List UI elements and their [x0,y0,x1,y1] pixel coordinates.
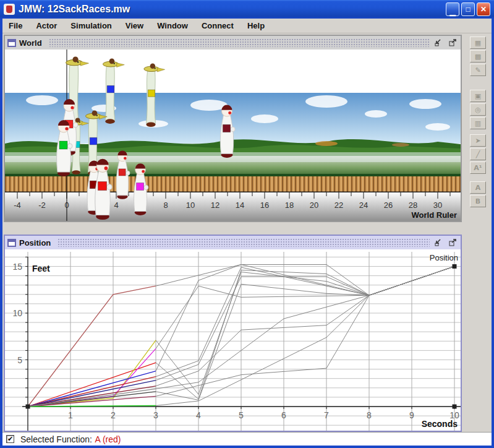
svg-text:14: 14 [236,200,244,210]
position-window: Position 5101512345678910FeetSecondsPosi… [4,235,462,432]
menu-item-help[interactable]: Help [247,21,265,30]
x-axis-label: Seconds [422,419,458,429]
window-titlebar[interactable]: JMW: 12SackRaces.mw ▁ □ ✕ [0,0,494,19]
selected-function-checkbox[interactable]: ✔ [6,435,14,443]
svg-text:10: 10 [186,200,195,210]
menu-item-actor[interactable]: Actor [36,21,57,30]
svg-text:16: 16 [260,200,269,210]
world-scene: -4-2024681012141618202224262830World Rul… [5,50,461,221]
world-title: World [19,38,42,48]
world-window: World -4-2024681012141618202224262830Wor… [4,35,462,222]
svg-text:18: 18 [285,200,294,210]
menu-item-file[interactable]: File [9,21,22,30]
svg-text:26: 26 [384,200,393,210]
globe-view-button[interactable]: ◎ [470,103,486,116]
side-toolbar: ▦▩✎▣◎▥➤╱A¹AB [466,35,490,431]
application-window: JMW: 12SackRaces.mw ▁ □ ✕ FileActorSimul… [0,0,494,448]
city-view-button[interactable]: ▥ [470,117,486,129]
world-canvas[interactable]: -4-2024681012141618202224262830World Rul… [5,50,461,221]
status-label: Selected Function: [20,434,92,444]
svg-text:12: 12 [211,200,219,210]
app-icon [4,4,15,15]
draw-function-tool-button[interactable]: ✎ [470,64,486,76]
svg-text:8: 8 [163,200,168,210]
status-bar: ✔ Selected Function: A (red) [2,432,492,446]
window-icon [7,239,16,247]
maximize-icon[interactable] [447,38,458,48]
svg-text:3: 3 [153,410,158,420]
svg-text:5: 5 [239,410,244,420]
picture-tool-button[interactable]: ▦ [470,37,486,49]
handle-10-0[interactable] [453,405,457,409]
svg-text:-4: -4 [14,200,21,210]
svg-text:2: 2 [111,410,116,420]
maximize-button[interactable]: □ [461,2,475,16]
menu-item-connect[interactable]: Connect [202,21,234,30]
svg-text:20: 20 [310,200,318,210]
world-titlebar[interactable]: World [5,36,461,50]
svg-text:15: 15 [12,262,22,272]
iconify-icon[interactable] [433,38,444,48]
desktop-pane: World -4-2024681012141618202224262830Wor… [2,33,492,432]
position-graph[interactable]: 5101512345678910FeetSecondsPosition [5,249,461,431]
series-H-gray [156,267,454,386]
position-chart: 5101512345678910FeetSecondsPosition [5,249,461,431]
pointer-tool-button[interactable]: ➤ [470,134,486,147]
position-title: Position [19,238,51,248]
svg-text:10: 10 [12,308,22,318]
handle-10-15[interactable] [453,264,457,269]
selected-function-value: A (red) [95,434,121,444]
svg-text:30: 30 [433,200,442,210]
svg-text:22: 22 [334,200,343,210]
svg-text:5: 5 [17,355,22,365]
svg-text:9: 9 [409,410,414,420]
world-ruler-label: World Ruler [412,210,457,220]
svg-text:7: 7 [324,410,329,420]
label-tool-button[interactable]: A¹ [470,162,486,174]
series-E-gray [156,264,454,371]
y-axis-label: Feet [32,264,50,274]
menu-item-view[interactable]: View [126,21,143,30]
handle-0-0[interactable] [26,405,30,409]
svg-text:6: 6 [281,410,286,420]
position-titlebar[interactable]: Position [5,236,461,249]
menu-item-window[interactable]: Window [157,21,188,30]
series-J-gray [156,267,454,397]
window-icon [7,39,16,47]
function-b-button[interactable]: B [470,195,486,207]
series-C-gray [156,267,454,395]
world-view-button[interactable]: ▣ [470,90,486,102]
menu-item-simulation[interactable]: Simulation [70,21,111,30]
chart-tool-button[interactable]: ▩ [470,50,486,62]
line-tool-button[interactable]: ╱ [470,148,486,160]
series-L-gray [156,267,454,389]
menu-bar: FileActorSimulationViewWindowConnectHelp [2,19,492,33]
series-G-gray [156,267,454,381]
close-button[interactable]: ✕ [477,2,490,16]
window-title: JMW: 12SackRaces.mw [19,4,446,15]
svg-text:-2: -2 [38,200,46,210]
position-corner-label: Position [430,253,458,262]
maximize-icon[interactable] [447,238,458,248]
svg-text:28: 28 [409,200,417,210]
svg-text:4: 4 [196,410,201,420]
minimize-button[interactable]: ▁ [446,2,459,16]
function-a-button[interactable]: A [470,181,486,194]
iconify-icon[interactable] [433,238,444,248]
svg-text:24: 24 [359,200,368,210]
svg-text:4: 4 [114,200,118,210]
svg-text:1: 1 [68,410,73,420]
svg-text:8: 8 [367,410,372,420]
